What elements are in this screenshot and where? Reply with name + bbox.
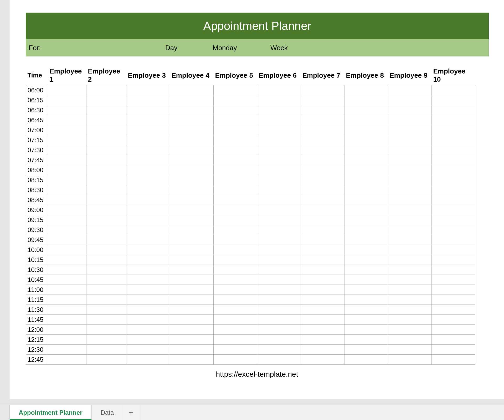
appointment-cell[interactable] <box>170 285 214 295</box>
appointment-cell[interactable] <box>48 265 86 275</box>
appointment-cell[interactable] <box>48 305 86 315</box>
appointment-cell[interactable] <box>126 95 170 105</box>
appointment-cell[interactable] <box>432 265 475 275</box>
appointment-cell[interactable] <box>432 85 475 95</box>
appointment-cell[interactable] <box>301 275 344 285</box>
appointment-cell[interactable] <box>388 205 432 215</box>
appointment-cell[interactable] <box>432 225 475 235</box>
appointment-cell[interactable] <box>86 245 126 255</box>
appointment-cell[interactable] <box>48 155 86 165</box>
appointment-cell[interactable] <box>257 195 301 205</box>
appointment-cell[interactable] <box>170 145 214 155</box>
appointment-cell[interactable] <box>126 265 170 275</box>
appointment-cell[interactable] <box>257 165 301 175</box>
appointment-cell[interactable] <box>257 315 301 325</box>
appointment-cell[interactable] <box>432 305 475 315</box>
appointment-cell[interactable] <box>86 125 126 135</box>
appointment-cell[interactable] <box>126 205 170 215</box>
appointment-cell[interactable] <box>257 275 301 285</box>
appointment-cell[interactable] <box>170 125 214 135</box>
appointment-cell[interactable] <box>170 265 214 275</box>
appointment-cell[interactable] <box>344 195 388 205</box>
appointment-cell[interactable] <box>432 335 475 345</box>
appointment-cell[interactable] <box>170 325 214 335</box>
appointment-cell[interactable] <box>126 115 170 125</box>
appointment-cell[interactable] <box>344 355 388 365</box>
appointment-cell[interactable] <box>432 145 475 155</box>
appointment-cell[interactable] <box>48 225 86 235</box>
appointment-cell[interactable] <box>257 185 301 195</box>
appointment-cell[interactable] <box>301 345 344 355</box>
appointment-cell[interactable] <box>388 125 432 135</box>
appointment-cell[interactable] <box>432 135 475 145</box>
appointment-cell[interactable] <box>48 175 86 185</box>
appointment-cell[interactable] <box>432 185 475 195</box>
appointment-cell[interactable] <box>344 335 388 345</box>
appointment-cell[interactable] <box>388 195 432 205</box>
appointment-cell[interactable] <box>126 225 170 235</box>
appointment-cell[interactable] <box>344 125 388 135</box>
appointment-cell[interactable] <box>432 195 475 205</box>
appointment-cell[interactable] <box>170 115 214 125</box>
appointment-cell[interactable] <box>388 335 432 345</box>
appointment-cell[interactable] <box>170 235 214 245</box>
appointment-cell[interactable] <box>388 165 432 175</box>
tab-appointment-planner[interactable]: Appointment Planner <box>10 405 92 420</box>
appointment-cell[interactable] <box>48 135 86 145</box>
appointment-cell[interactable] <box>432 155 475 165</box>
appointment-cell[interactable] <box>86 295 126 305</box>
appointment-cell[interactable] <box>170 135 214 145</box>
appointment-cell[interactable] <box>214 175 257 185</box>
appointment-cell[interactable] <box>170 195 214 205</box>
appointment-cell[interactable] <box>214 355 257 365</box>
appointment-cell[interactable] <box>301 205 344 215</box>
appointment-cell[interactable] <box>86 255 126 265</box>
tab-data[interactable]: Data <box>92 405 123 420</box>
appointment-cell[interactable] <box>214 85 257 95</box>
appointment-cell[interactable] <box>126 355 170 365</box>
appointment-cell[interactable] <box>432 215 475 225</box>
appointment-cell[interactable] <box>170 295 214 305</box>
appointment-cell[interactable] <box>257 305 301 315</box>
appointment-cell[interactable] <box>257 265 301 275</box>
appointment-cell[interactable] <box>170 245 214 255</box>
appointment-cell[interactable] <box>86 165 126 175</box>
appointment-cell[interactable] <box>48 335 86 345</box>
appointment-cell[interactable] <box>344 135 388 145</box>
appointment-cell[interactable] <box>86 95 126 105</box>
appointment-cell[interactable] <box>86 185 126 195</box>
appointment-cell[interactable] <box>301 115 344 125</box>
appointment-cell[interactable] <box>48 215 86 225</box>
appointment-cell[interactable] <box>126 235 170 245</box>
appointment-cell[interactable] <box>257 225 301 235</box>
appointment-cell[interactable] <box>48 195 86 205</box>
appointment-cell[interactable] <box>344 245 388 255</box>
appointment-cell[interactable] <box>214 325 257 335</box>
appointment-cell[interactable] <box>170 205 214 215</box>
appointment-cell[interactable] <box>48 295 86 305</box>
appointment-cell[interactable] <box>344 205 388 215</box>
appointment-cell[interactable] <box>86 345 126 355</box>
appointment-cell[interactable] <box>388 315 432 325</box>
appointment-cell[interactable] <box>388 85 432 95</box>
appointment-cell[interactable] <box>214 135 257 145</box>
appointment-cell[interactable] <box>388 235 432 245</box>
appointment-cell[interactable] <box>301 245 344 255</box>
appointment-cell[interactable] <box>257 135 301 145</box>
appointment-cell[interactable] <box>301 195 344 205</box>
appointment-cell[interactable] <box>126 255 170 265</box>
appointment-cell[interactable] <box>170 185 214 195</box>
appointment-cell[interactable] <box>257 215 301 225</box>
appointment-cell[interactable] <box>48 245 86 255</box>
appointment-cell[interactable] <box>388 275 432 285</box>
appointment-cell[interactable] <box>126 145 170 155</box>
appointment-cell[interactable] <box>126 175 170 185</box>
appointment-cell[interactable] <box>344 115 388 125</box>
appointment-cell[interactable] <box>48 235 86 245</box>
appointment-cell[interactable] <box>214 95 257 105</box>
appointment-cell[interactable] <box>86 335 126 345</box>
appointment-cell[interactable] <box>388 115 432 125</box>
appointment-cell[interactable] <box>126 315 170 325</box>
appointment-cell[interactable] <box>126 345 170 355</box>
appointment-cell[interactable] <box>388 305 432 315</box>
